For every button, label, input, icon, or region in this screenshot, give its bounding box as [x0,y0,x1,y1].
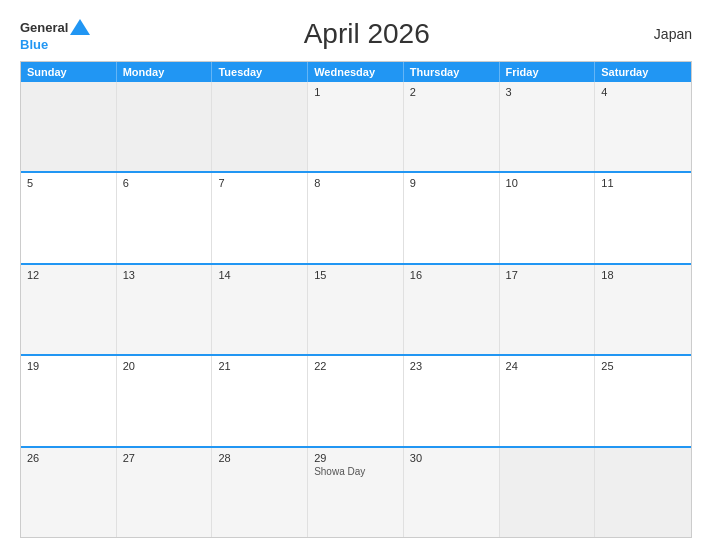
showa-day-event: Showa Day [314,466,397,477]
cal-cell-14: 14 [212,265,308,354]
cal-cell-15: 15 [308,265,404,354]
cal-cell-18: 18 [595,265,691,354]
week-row-5: 26 27 28 29 Showa Day 30 [21,446,691,537]
cal-cell-22: 22 [308,356,404,445]
cal-cell-1: 1 [308,82,404,171]
cal-cell-21: 21 [212,356,308,445]
header-friday: Friday [500,62,596,82]
cal-cell-7: 7 [212,173,308,262]
cal-cell-26: 26 [21,448,117,537]
week-row-4: 19 20 21 22 23 24 25 [21,354,691,445]
cal-cell-12: 12 [21,265,117,354]
cal-cell-4: 4 [595,82,691,171]
cal-cell-20: 20 [117,356,213,445]
header-monday: Monday [117,62,213,82]
week-row-1: 1 2 3 4 [21,82,691,171]
cal-cell [500,448,596,537]
cal-cell-27: 27 [117,448,213,537]
cal-cell-10: 10 [500,173,596,262]
week-row-3: 12 13 14 15 16 17 18 [21,263,691,354]
logo: General Blue [20,16,91,51]
header-wednesday: Wednesday [308,62,404,82]
page-header: General Blue April 2026 Japan [20,16,692,51]
calendar: Sunday Monday Tuesday Wednesday Thursday… [20,61,692,538]
header-tuesday: Tuesday [212,62,308,82]
country-label: Japan [642,26,692,42]
cal-cell-29: 29 Showa Day [308,448,404,537]
calendar-body: 1 2 3 4 5 6 7 8 9 10 11 12 13 14 15 [21,82,691,537]
logo-blue-text: Blue [20,38,48,51]
logo-icon [69,16,91,38]
cal-cell-6: 6 [117,173,213,262]
cal-cell-8: 8 [308,173,404,262]
cal-cell-23: 23 [404,356,500,445]
cal-cell [212,82,308,171]
calendar-page: General Blue April 2026 Japan Sunday Mon… [0,0,712,550]
svg-marker-0 [70,19,90,35]
cal-cell-3: 3 [500,82,596,171]
weekday-header-row: Sunday Monday Tuesday Wednesday Thursday… [21,62,691,82]
week-row-2: 5 6 7 8 9 10 11 [21,171,691,262]
page-title: April 2026 [91,18,642,50]
cal-cell-25: 25 [595,356,691,445]
cal-cell-11: 11 [595,173,691,262]
cal-cell-9: 9 [404,173,500,262]
cal-cell [21,82,117,171]
cal-cell-28: 28 [212,448,308,537]
cal-cell [117,82,213,171]
cal-cell-2: 2 [404,82,500,171]
cal-cell-17: 17 [500,265,596,354]
cal-cell-30: 30 [404,448,500,537]
cal-cell [595,448,691,537]
cal-cell-19: 19 [21,356,117,445]
cal-cell-5: 5 [21,173,117,262]
logo-general-text: General [20,21,68,34]
cal-cell-24: 24 [500,356,596,445]
header-sunday: Sunday [21,62,117,82]
header-saturday: Saturday [595,62,691,82]
cal-cell-16: 16 [404,265,500,354]
header-thursday: Thursday [404,62,500,82]
cal-cell-13: 13 [117,265,213,354]
